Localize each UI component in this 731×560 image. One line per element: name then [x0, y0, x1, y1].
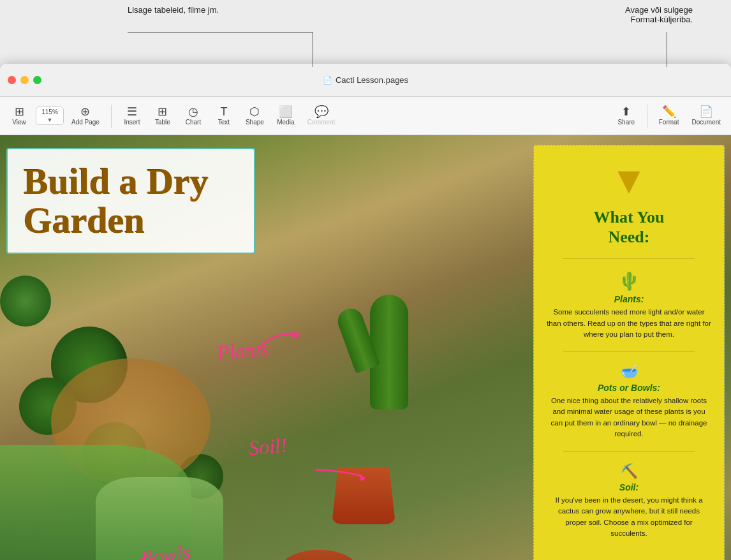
- title-line-1: Build a Dry: [23, 160, 208, 202]
- zoom-value: 115%: [41, 108, 58, 115]
- media-button[interactable]: ⬜ Media: [272, 103, 300, 128]
- table-icon: ⊞: [158, 106, 167, 117]
- separator-1: [111, 105, 112, 128]
- share-button[interactable]: ⬆ Share: [612, 103, 640, 128]
- tooltip-left: Lisage tabeleid, filme jm.: [128, 5, 219, 15]
- window-title: 📄 Cacti Lesson.pages: [323, 75, 408, 85]
- zoom-control[interactable]: 115% ▼: [36, 107, 64, 125]
- text-icon: T: [220, 106, 227, 117]
- titlebar: 📄 Cacti Lesson.pages: [0, 64, 731, 97]
- toolbar: ⊞ View 115% ▼ ⊕ Add Page ☰ Insert ⊞ Tabl…: [0, 97, 731, 135]
- media-icon: ⬜: [279, 106, 293, 117]
- add-page-label: Add Page: [71, 119, 100, 126]
- shovel-icon: ⛏️: [621, 463, 638, 480]
- soil-body: If you've been in the desert, you might …: [547, 495, 711, 539]
- view-label: View: [12, 119, 26, 126]
- share-icon: ⬆: [621, 106, 631, 117]
- divider-3: [563, 451, 695, 452]
- traffic-lights: [8, 76, 41, 84]
- title-box[interactable]: Build a Dry Garden: [6, 148, 255, 254]
- document-label: Document: [691, 119, 721, 126]
- soil-heading: Soil:: [619, 482, 639, 492]
- table-button[interactable]: ⊞ Table: [149, 103, 177, 128]
- tooltip-right-text: Avage või sulgegeFormat-küljeriba.: [625, 5, 693, 24]
- tooltip-right: Avage või sulgegeFormat-küljeriba.: [625, 5, 693, 24]
- title-line-2: Garden: [23, 199, 144, 240]
- tooltip-line-vertical-left: [313, 32, 313, 67]
- tooltip-left-text: Lisage tabeleid, filme jm.: [128, 5, 219, 15]
- app-window: 📄 Cacti Lesson.pages ⊞ View 115% ▼ ⊕ Add…: [0, 64, 731, 560]
- separator-2: [647, 105, 647, 128]
- zoom-arrow-icon: ▼: [47, 117, 53, 123]
- tooltip-line-vertical-right: [667, 32, 667, 67]
- share-label: Share: [617, 119, 635, 126]
- page-canvas: Build a Dry Garden Plants Soil!: [0, 135, 731, 560]
- divider-1: [563, 258, 695, 259]
- plants-heading: Plants:: [614, 294, 644, 304]
- format-button[interactable]: ✏️ Format: [654, 103, 684, 128]
- chart-icon: ◷: [188, 106, 198, 117]
- tooltip-area: Lisage tabeleid, filme jm. Avage või sul…: [0, 0, 731, 70]
- tooltip-line-horizontal-left: [128, 32, 313, 33]
- document-icon: 📄: [323, 76, 332, 85]
- pots-heading: Pots or Bowls:: [598, 383, 660, 393]
- pots-body: One nice thing about the relatively shal…: [547, 395, 711, 439]
- plants-body: Some succulents need more light and/or w…: [547, 307, 711, 340]
- divider-2: [563, 351, 695, 352]
- comment-label: Comment: [307, 119, 335, 126]
- plant-icon: 🌵: [618, 270, 640, 291]
- insert-label: Insert: [124, 119, 140, 126]
- chart-button[interactable]: ◷ Chart: [179, 103, 207, 128]
- maximize-button[interactable]: [33, 76, 41, 84]
- add-page-button[interactable]: ⊕ Add Page: [66, 103, 105, 128]
- plants-section: 🌵 Plants: Some succulents need more ligh…: [547, 270, 711, 340]
- text-label: Text: [218, 119, 230, 126]
- document-button[interactable]: 📄 Document: [686, 103, 726, 128]
- title-text: Build a Dry Garden: [23, 162, 239, 240]
- shape-label: Shape: [246, 119, 264, 126]
- shape-button[interactable]: ⬡ Shape: [240, 103, 269, 128]
- media-label: Media: [277, 119, 294, 126]
- insert-icon: ☰: [127, 106, 137, 117]
- add-page-icon: ⊕: [80, 106, 90, 117]
- minimize-button[interactable]: [20, 76, 29, 84]
- format-label: Format: [659, 119, 679, 126]
- right-panel: ▼ What YouNeed: 🌵 Plants: Some succulent…: [533, 145, 725, 560]
- close-button[interactable]: [8, 76, 16, 84]
- bowl-icon: 🥣: [621, 364, 638, 380]
- shape-icon: ⬡: [249, 106, 260, 117]
- document-toolbar-icon: 📄: [699, 106, 713, 117]
- chart-label: Chart: [186, 119, 201, 126]
- soil-section: ⛏️ Soil: If you've been in the desert, y…: [547, 463, 711, 539]
- content-area: Build a Dry Garden Plants Soil!: [0, 135, 731, 560]
- view-button[interactable]: ⊞ View: [5, 103, 33, 128]
- text-button[interactable]: T Text: [210, 103, 238, 128]
- window-title-text: Cacti Lesson.pages: [336, 75, 408, 85]
- view-icon: ⊞: [15, 106, 24, 117]
- comment-icon: 💬: [314, 106, 329, 117]
- panel-arrow-icon: ▼: [610, 161, 647, 200]
- table-label: Table: [155, 119, 170, 126]
- insert-button[interactable]: ☰ Insert: [118, 103, 146, 128]
- comment-button[interactable]: 💬 Comment: [302, 103, 340, 128]
- format-icon: ✏️: [662, 106, 676, 117]
- pots-section: 🥣 Pots or Bowls: One nice thing about th…: [547, 364, 711, 439]
- panel-title: What YouNeed:: [593, 207, 664, 247]
